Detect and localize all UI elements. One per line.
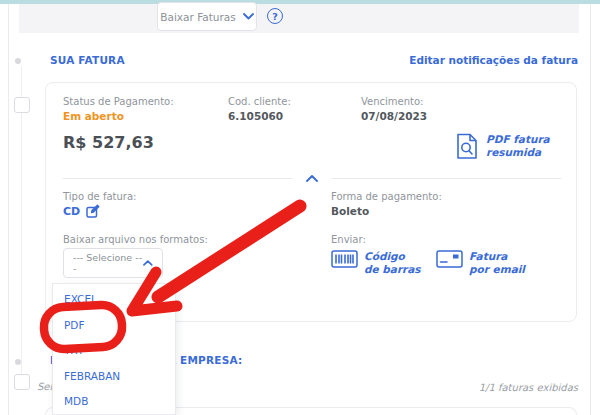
chevron-up-icon bbox=[143, 260, 153, 266]
client-code-value: 6.105060 bbox=[228, 110, 283, 122]
page-right-border bbox=[590, 4, 591, 415]
document-magnifier-icon bbox=[456, 133, 478, 160]
email-icon bbox=[436, 250, 463, 268]
due-date-label: Vencimento: bbox=[361, 96, 423, 107]
dropdown-option-pdf[interactable]: PDF bbox=[53, 313, 175, 339]
email-link-label: Fatura por email bbox=[469, 250, 527, 276]
help-glyph: ? bbox=[272, 11, 278, 22]
edit-notifications-link[interactable]: Editar notificações da fatura bbox=[409, 54, 578, 66]
edit-pencil-icon bbox=[86, 204, 100, 218]
invoice-type-edit[interactable]: CD bbox=[63, 204, 100, 218]
invoice-checkbox[interactable] bbox=[14, 97, 30, 113]
payment-method-label: Forma de pagamento: bbox=[331, 191, 442, 202]
invoice-type-label: Tipo de fatura: bbox=[63, 191, 136, 202]
dropdown-option-febraban[interactable]: FEBRABAN bbox=[53, 364, 175, 390]
divider-line bbox=[63, 178, 292, 179]
download-format-label: Baixar arquivo nos formatos: bbox=[63, 234, 208, 245]
divider-line bbox=[332, 178, 561, 179]
dropdown-option-excel[interactable]: EXCEL bbox=[53, 287, 175, 313]
format-select[interactable]: --- Selecione --- bbox=[63, 248, 163, 278]
send-label: Enviar: bbox=[331, 234, 366, 245]
client-code-label: Cod. cliente: bbox=[228, 96, 291, 107]
section-title-sua-fatura: SUA FATURA bbox=[50, 54, 125, 66]
payment-method-value: Boleto bbox=[331, 205, 369, 217]
status-value: Em aberto bbox=[63, 110, 124, 122]
dropdown-option-mdb[interactable]: MDB bbox=[53, 389, 175, 415]
format-select-value: --- Selecione --- bbox=[73, 252, 143, 274]
format-dropdown-menu: EXCEL PDF TXT FEBRABAN MDB bbox=[52, 283, 176, 415]
email-link[interactable]: Fatura por email bbox=[436, 250, 527, 276]
download-invoices-button[interactable]: Baixar Faturas bbox=[157, 2, 257, 31]
help-icon[interactable]: ? bbox=[267, 8, 283, 24]
collapse-chevron-icon[interactable] bbox=[292, 175, 332, 182]
due-date-value: 07/08/2023 bbox=[361, 110, 427, 122]
invoice-type-value: CD bbox=[63, 205, 80, 218]
download-invoices-label: Baixar Faturas bbox=[160, 11, 235, 23]
page-left-border bbox=[8, 4, 9, 415]
barcode-link-label: Código de barras bbox=[364, 250, 422, 276]
pdf-summary-label: PDF fatura resumida bbox=[486, 133, 558, 159]
invoice-amount: R$ 527,63 bbox=[63, 133, 154, 152]
invoice-count-text: 1/1 faturas exibidas bbox=[479, 382, 578, 393]
barcode-link[interactable]: Código de barras bbox=[331, 250, 422, 276]
section-bullet-icon bbox=[15, 359, 21, 365]
dropdown-option-txt[interactable]: TXT bbox=[53, 338, 175, 364]
card-divider bbox=[63, 171, 561, 185]
select-all-checkbox[interactable] bbox=[14, 374, 30, 390]
toolbar-band bbox=[19, 4, 579, 33]
chevron-down-icon bbox=[243, 13, 254, 20]
barcode-icon bbox=[331, 250, 358, 268]
pdf-summary-link[interactable]: PDF fatura resumida bbox=[456, 133, 558, 160]
send-links-row: Código de barras Fatura por email bbox=[331, 250, 527, 276]
status-label: Status de Pagamento: bbox=[63, 96, 174, 107]
section-bullet-icon bbox=[15, 58, 21, 64]
